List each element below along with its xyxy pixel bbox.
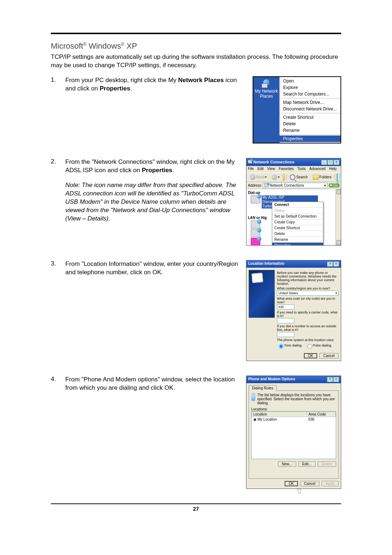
country-select[interactable]: United States <box>277 291 339 296</box>
forward-button[interactable] <box>270 174 281 181</box>
label-carrier: If you need to specify a carrier code, w… <box>277 311 339 318</box>
menu-advanced[interactable]: Advanced <box>309 167 325 172</box>
page-number: 27 <box>0 506 392 512</box>
radio-pulse-input[interactable] <box>307 344 312 349</box>
dialog-title: Phone and Modem Options <box>248 377 295 382</box>
menu-open[interactable]: Open <box>279 78 340 84</box>
menu-help[interactable]: Help <box>329 167 337 172</box>
connection-name: My ADSL ISP <box>262 195 318 200</box>
step-4-number: 4. <box>51 376 65 383</box>
locations-list[interactable]: Location Area Code ◉ My Location 636 <box>251 411 336 459</box>
menu-file[interactable]: File <box>248 167 254 172</box>
col-location[interactable]: Location <box>252 412 307 417</box>
folders-button[interactable]: Folders <box>311 174 333 181</box>
up-button[interactable] <box>283 174 285 181</box>
menu-explore[interactable]: Explore <box>279 84 340 91</box>
my-network-places-icon[interactable]: My Network Places <box>253 77 279 143</box>
connection-icon <box>251 195 260 203</box>
lan-icon <box>251 238 260 245</box>
group-dialup: Dial-up <box>248 191 339 195</box>
icon-label-line1: My Network <box>255 89 278 94</box>
carrier-code-input[interactable] <box>277 318 294 323</box>
col-area-code[interactable]: Area Code <box>307 412 336 417</box>
menu-bar: File Edit View Favorites Tools Advanced … <box>246 166 341 173</box>
ctx-connect[interactable]: Connect <box>272 202 323 208</box>
label-area: What area code (or city code) are you in… <box>277 297 339 304</box>
reg-mark-2: ® <box>121 42 124 47</box>
chevron-down-icon <box>278 177 280 178</box>
views-button[interactable] <box>336 174 339 181</box>
toolbar: Back Search Folders <box>246 173 341 182</box>
menu-properties[interactable]: Properties <box>279 135 340 142</box>
step-2-note: Note: The icon name may differ from that… <box>65 181 242 223</box>
ctx-create-copy[interactable]: Create Copy <box>272 219 323 225</box>
help-button[interactable]: ? <box>327 377 333 382</box>
step-1: 1. From your PC desktop, right click the… <box>51 76 341 143</box>
menu-tools[interactable]: Tools <box>297 167 306 172</box>
menu-edit[interactable]: Edit <box>257 167 264 172</box>
menu-favorites[interactable]: Favorites <box>279 167 294 172</box>
scrollbar[interactable] <box>335 189 341 245</box>
ok-button[interactable]: OK <box>304 353 317 358</box>
address-bar: Address Network Connections▾ Go <box>246 182 341 189</box>
window-body: Dial-up My ADSL ISP Disconnected TurboCo… <box>246 189 341 245</box>
dialog-form: Before you can make any phone or modem c… <box>277 270 339 349</box>
label-phone-system: The phone system at this location uses: <box>277 338 339 342</box>
address-field[interactable]: Network Connections▾ <box>263 183 327 188</box>
new-button[interactable]: New... <box>278 461 296 467</box>
ok-button[interactable]: OK <box>285 481 298 486</box>
edit-button[interactable]: Edit... <box>298 461 316 467</box>
search-button[interactable]: Search <box>288 174 310 181</box>
heading-word-2: Windows <box>86 41 121 50</box>
close-button[interactable]: × <box>334 160 339 165</box>
dialog-artwork <box>249 270 275 318</box>
ctx-properties[interactable]: Properties <box>272 243 323 245</box>
connection-context-menu: Connect Status Set as Default Connection… <box>272 202 323 245</box>
ctx-create-shortcut[interactable]: Create Shortcut <box>272 225 323 231</box>
back-icon <box>250 174 256 180</box>
pane-description: The list below displays the locations yo… <box>257 393 336 405</box>
menu-rename[interactable]: Rename <box>279 127 340 134</box>
ctx-set-default[interactable]: Set as Default Connection <box>272 214 323 219</box>
screenshot-phone-modem-options: Phone and Modem Options ?× Dialing Rules… <box>246 376 341 489</box>
screenshot-location-information: Location Information ?× Before you can m… <box>246 260 341 361</box>
address-label: Address <box>248 183 261 187</box>
cancel-button[interactable]: Cancel <box>300 481 319 486</box>
forward-icon <box>271 174 277 180</box>
menu-delete[interactable]: Delete <box>279 121 340 127</box>
back-button[interactable]: Back <box>248 174 268 181</box>
row-location: My Location <box>257 417 277 421</box>
dialog-title-bar: Phone and Modem Options ?× <box>246 376 341 383</box>
maximize-button[interactable]: □ <box>327 160 333 165</box>
ctx-rename[interactable]: Rename <box>272 237 323 243</box>
radio-tone-input[interactable] <box>279 344 283 349</box>
outside-line-input[interactable] <box>277 332 294 337</box>
menu-view[interactable]: View <box>267 167 275 172</box>
step-3-text: From "Location Information" window, ente… <box>65 260 246 277</box>
back-label: Back <box>256 175 264 179</box>
ctx-delete[interactable]: Delete <box>272 231 323 237</box>
radio-tone[interactable]: Tone dialing <box>277 344 302 347</box>
go-button[interactable]: Go <box>329 183 339 187</box>
intro-paragraph: TCP/IP settings are automatically set up… <box>51 53 341 70</box>
table-row[interactable]: ◉ My Location 636 <box>252 417 336 422</box>
menu-disconnect-drive[interactable]: Disconnect Network Drive... <box>279 106 340 112</box>
menu-create-shortcut[interactable]: Create Shortcut <box>279 114 340 121</box>
menu-map-drive[interactable]: Map Network Drive... <box>279 99 340 106</box>
help-button[interactable]: ? <box>327 262 333 267</box>
search-label: Search <box>296 175 308 179</box>
cancel-button[interactable]: Cancel <box>319 353 339 358</box>
close-button[interactable]: × <box>333 377 339 382</box>
radio-pulse[interactable]: Pulse dialing <box>306 344 331 347</box>
phone-icon <box>251 393 255 401</box>
area-code-input[interactable]: 636 <box>277 304 294 309</box>
menu-search-computers[interactable]: Search for Computers... <box>279 91 340 97</box>
bottom-rule <box>51 503 341 504</box>
folders-label: Folders <box>319 175 331 179</box>
search-icon <box>290 174 295 180</box>
close-button[interactable]: × <box>333 262 339 267</box>
context-menu: Open Explore Search for Computers... Map… <box>279 77 340 143</box>
label-country: What country/region are you in now? <box>277 287 339 290</box>
tab-dialing-rules[interactable]: Dialing Rules <box>249 385 277 391</box>
minimize-button[interactable]: _ <box>321 160 327 165</box>
